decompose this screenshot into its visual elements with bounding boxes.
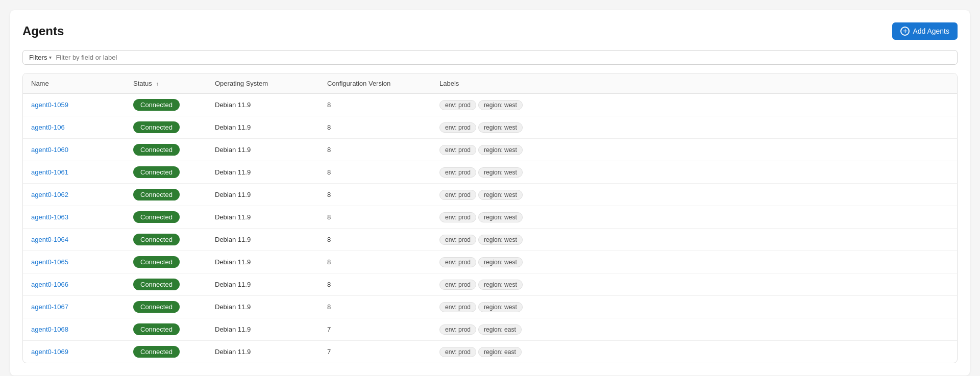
labels-cell: env: prodregion: west (431, 161, 957, 184)
table-row: agent0-1061ConnectedDebian 11.98env: pro… (23, 161, 957, 184)
os-cell: Debian 11.9 (207, 318, 319, 341)
label-tag: env: prod (439, 235, 476, 245)
version-cell: 8 (319, 206, 431, 229)
os-cell: Debian 11.9 (207, 229, 319, 251)
table-row: agent0-1063ConnectedDebian 11.98env: pro… (23, 206, 957, 229)
sort-asc-icon: ↑ (156, 81, 159, 87)
table-row: agent0-1066ConnectedDebian 11.98env: pro… (23, 273, 957, 296)
labels-cell: env: prodregion: east (431, 318, 957, 341)
os-cell: Debian 11.9 (207, 341, 319, 363)
label-tag: env: prod (439, 347, 476, 357)
filters-button[interactable]: Filters ▾ (29, 54, 52, 61)
label-tag: env: prod (439, 100, 476, 110)
col-header-labels: Labels (431, 73, 957, 94)
add-agents-label: Add Agents (913, 27, 949, 35)
label-tag: region: west (478, 280, 523, 290)
col-header-name: Name (23, 73, 125, 94)
label-tag: region: east (478, 324, 522, 335)
page-container: Agents + Add Agents Filters ▾ Name Statu… (10, 10, 970, 375)
agent-link[interactable]: agent0-1061 (31, 168, 68, 176)
agent-link[interactable]: agent0-1062 (31, 191, 68, 198)
chevron-down-icon: ▾ (49, 55, 52, 60)
table-row: agent0-1065ConnectedDebian 11.98env: pro… (23, 251, 957, 273)
page-header: Agents + Add Agents (22, 22, 958, 40)
agent-link[interactable]: agent0-1067 (31, 303, 68, 311)
table-header: Name Status ↑ Operating System Configura… (23, 73, 957, 94)
os-cell: Debian 11.9 (207, 206, 319, 229)
table-row: agent0-1068ConnectedDebian 11.97env: pro… (23, 318, 957, 341)
agent-link[interactable]: agent0-1059 (31, 101, 68, 109)
agent-link[interactable]: agent0-1063 (31, 213, 68, 221)
plus-circle-icon: + (900, 27, 910, 36)
agent-link[interactable]: agent0-1066 (31, 281, 68, 288)
version-cell: 8 (319, 94, 431, 116)
agent-link[interactable]: agent0-1060 (31, 146, 68, 154)
label-tag: env: prod (439, 122, 476, 133)
status-badge: Connected (133, 211, 180, 223)
os-cell: Debian 11.9 (207, 94, 319, 116)
labels-cell: env: prodregion: west (431, 273, 957, 296)
col-header-status[interactable]: Status ↑ (125, 73, 207, 94)
col-header-os: Operating System (207, 73, 319, 94)
version-cell: 8 (319, 184, 431, 206)
filter-input[interactable] (56, 54, 951, 61)
label-tag: env: prod (439, 212, 476, 222)
status-badge: Connected (133, 121, 180, 133)
label-tag: region: west (478, 122, 523, 133)
labels-cell: env: prodregion: west (431, 229, 957, 251)
os-cell: Debian 11.9 (207, 139, 319, 161)
label-tag: env: prod (439, 280, 476, 290)
labels-cell: env: prodregion: west (431, 116, 957, 139)
version-cell: 7 (319, 318, 431, 341)
labels-cell: env: prodregion: west (431, 94, 957, 116)
agent-link[interactable]: agent0-1068 (31, 325, 68, 333)
label-tag: region: west (478, 190, 523, 200)
os-cell: Debian 11.9 (207, 116, 319, 139)
label-tag: env: prod (439, 302, 476, 312)
version-cell: 8 (319, 296, 431, 318)
version-cell: 8 (319, 229, 431, 251)
page-title: Agents (22, 24, 64, 38)
label-tag: region: west (478, 100, 523, 110)
status-badge: Connected (133, 99, 180, 111)
agent-link[interactable]: agent0-1065 (31, 258, 68, 266)
table-row: agent0-1067ConnectedDebian 11.98env: pro… (23, 296, 957, 318)
os-cell: Debian 11.9 (207, 273, 319, 296)
os-cell: Debian 11.9 (207, 161, 319, 184)
version-cell: 7 (319, 341, 431, 363)
os-cell: Debian 11.9 (207, 184, 319, 206)
agents-table-container: Name Status ↑ Operating System Configura… (22, 73, 958, 363)
filters-label: Filters (29, 54, 47, 61)
col-header-version: Configuration Version (319, 73, 431, 94)
version-cell: 8 (319, 139, 431, 161)
add-agents-button[interactable]: + Add Agents (892, 22, 958, 40)
label-tag: env: prod (439, 190, 476, 200)
label-tag: env: prod (439, 145, 476, 155)
status-badge: Connected (133, 256, 180, 268)
agents-table: Name Status ↑ Operating System Configura… (23, 73, 957, 363)
table-row: agent0-1060ConnectedDebian 11.98env: pro… (23, 139, 957, 161)
agent-link[interactable]: agent0-1064 (31, 236, 68, 243)
status-badge: Connected (133, 279, 180, 290)
status-badge: Connected (133, 234, 180, 245)
label-tag: env: prod (439, 324, 476, 335)
status-badge: Connected (133, 166, 180, 178)
table-row: agent0-1062ConnectedDebian 11.98env: pro… (23, 184, 957, 206)
version-cell: 8 (319, 251, 431, 273)
label-tag: region: west (478, 302, 523, 312)
os-cell: Debian 11.9 (207, 296, 319, 318)
status-badge: Connected (133, 346, 180, 358)
status-badge: Connected (133, 301, 180, 313)
agents-tbody: agent0-1059ConnectedDebian 11.98env: pro… (23, 94, 957, 363)
labels-cell: env: prodregion: west (431, 184, 957, 206)
table-row: agent0-106ConnectedDebian 11.98env: prod… (23, 116, 957, 139)
labels-cell: env: prodregion: west (431, 139, 957, 161)
status-badge: Connected (133, 144, 180, 156)
label-tag: region: west (478, 212, 523, 222)
os-cell: Debian 11.9 (207, 251, 319, 273)
label-tag: region: west (478, 257, 523, 267)
agent-link[interactable]: agent0-1069 (31, 348, 68, 356)
labels-cell: env: prodregion: east (431, 341, 957, 363)
agent-link[interactable]: agent0-106 (31, 123, 65, 131)
label-tag: env: prod (439, 257, 476, 267)
